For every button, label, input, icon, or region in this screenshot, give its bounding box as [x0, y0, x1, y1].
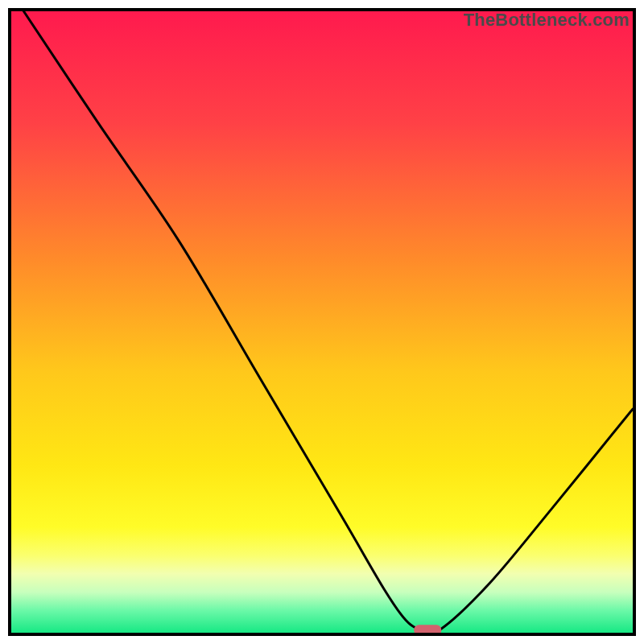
optimal-marker [414, 625, 441, 633]
bottleneck-chart [11, 11, 633, 633]
gradient-background [11, 11, 633, 633]
chart-frame: TheBottleneck.com [8, 8, 636, 636]
watermark-text: TheBottleneck.com [464, 10, 630, 31]
